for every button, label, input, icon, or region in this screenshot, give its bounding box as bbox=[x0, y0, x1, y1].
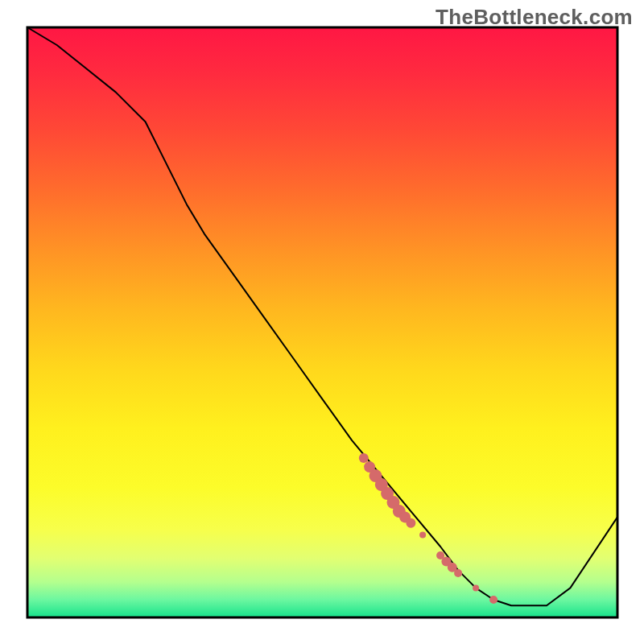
watermark-text: TheBottleneck.com bbox=[436, 5, 633, 30]
scatter-point bbox=[473, 584, 479, 591]
scatter-point bbox=[454, 569, 462, 577]
plot-background bbox=[27, 27, 617, 617]
scatter-point bbox=[359, 453, 369, 463]
scatter-point bbox=[406, 518, 415, 528]
chart-svg bbox=[0, 0, 644, 644]
chart-container: TheBottleneck.com bbox=[0, 0, 644, 644]
scatter-point bbox=[489, 596, 497, 604]
scatter-point bbox=[419, 531, 426, 538]
